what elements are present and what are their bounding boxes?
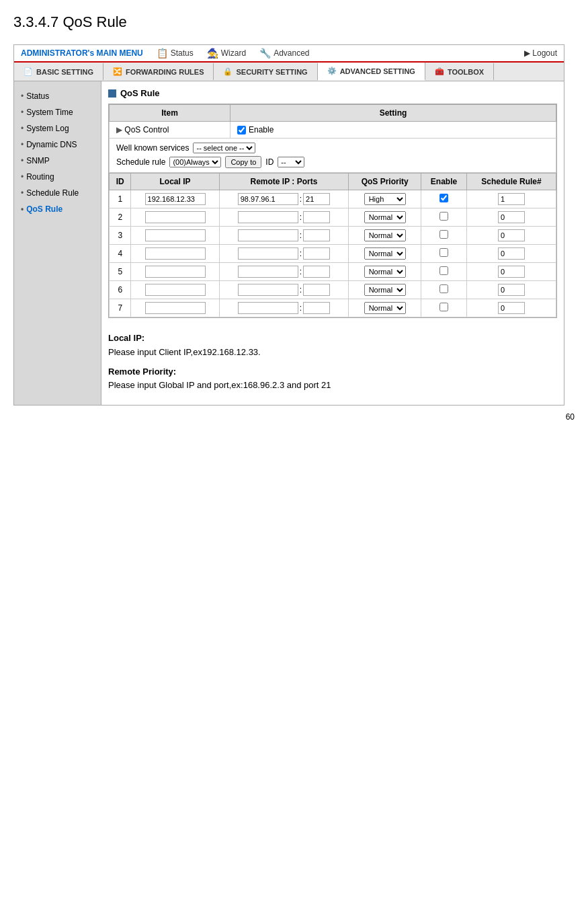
row-remote-ip-port: : [219,208,349,227]
remote-ip-input[interactable] [238,247,298,260]
port-input[interactable] [303,266,330,278]
row-priority: HighNormalLow [349,281,421,299]
admin-menu-link[interactable]: ADMINISTRATOR's MAIN MENU [21,48,143,58]
port-input[interactable] [303,211,330,223]
local-ip-input[interactable] [145,193,206,205]
row-enable [421,227,467,245]
tab-security-setting[interactable]: 🔒 SECURITY SETTING [214,63,317,80]
table-row: 2:HighNormalLow [110,208,556,227]
sidebar-item-qos-rule[interactable]: QoS Rule [14,201,101,217]
schedule-rule-input[interactable] [498,211,525,223]
enable-checkbox[interactable] [439,194,448,202]
port-input[interactable] [303,284,330,296]
priority-select[interactable]: HighNormalLow [364,266,406,278]
th-remote-ip-ports: Remote IP : Ports [219,174,349,190]
enable-checkbox[interactable] [439,248,448,257]
schedule-rule-input[interactable] [498,284,525,296]
remote-ip-input[interactable] [238,193,298,205]
port-input[interactable] [303,247,330,260]
sidebar-item-routing[interactable]: Routing [14,169,101,185]
wizard-nav-item[interactable]: 🧙 Wizard [207,48,246,59]
schedule-rule-select[interactable]: (00)Always [169,157,221,167]
th-schedule-rule: Schedule Rule# [467,174,556,190]
local-ip-input[interactable] [145,284,206,296]
status-nav-item[interactable]: 📋 Status [157,48,194,59]
tab-advanced-setting[interactable]: ⚙️ ADVANCED SETTING [318,63,425,81]
copy-to-button[interactable]: Copy to [225,156,261,168]
enable-checkbox[interactable] [439,212,448,221]
row-id: 6 [110,281,131,299]
local-ip-input[interactable] [145,211,206,223]
advanced-nav-item[interactable]: 🔧 Advanced [259,48,309,59]
th-local-ip: Local IP [131,174,219,190]
row-remote-ip-port: : [219,245,349,263]
status-icon: 📋 [157,48,168,59]
table-row: 7:HighNormalLow [110,299,556,317]
remote-ip-input[interactable] [238,211,298,223]
schedule-rule-input[interactable] [498,247,525,260]
remote-ip-input[interactable] [238,302,298,314]
well-known-select[interactable]: -- select one -- [193,143,255,153]
toolbox-icon: 🧰 [435,67,444,76]
sidebar-item-system-time[interactable]: System Time [14,104,101,120]
port-input[interactable] [303,302,330,314]
enable-checkbox[interactable] [439,284,448,293]
tab-basic-setting[interactable]: 📄 BASIC SETTING [14,63,103,80]
enable-checkbox[interactable] [439,266,448,275]
schedule-rule-input[interactable] [498,266,525,278]
tab-toolbox[interactable]: 🧰 TOOLBOX [425,63,494,80]
qos-control-label: ▶ QoS Control [110,122,230,139]
row-schedule-rule [467,208,556,227]
schedule-rule-input[interactable] [498,229,525,241]
sidebar: Status System Time System Log Dynamic DN… [14,81,101,405]
priority-select[interactable]: HighNormalLow [364,211,406,223]
port-input[interactable] [303,193,330,205]
port-input[interactable] [303,229,330,241]
local-ip-input[interactable] [145,247,206,260]
row-local-ip [131,190,219,208]
top-nav: ADMINISTRATOR's MAIN MENU 📋 Status 🧙 Wiz… [14,45,564,63]
qos-control-setting: Enable [230,122,556,139]
remote-ip-input[interactable] [238,229,298,241]
local-ip-input[interactable] [145,302,206,314]
row-priority: HighNormalLow [349,227,421,245]
sidebar-item-dynamic-dns[interactable]: Dynamic DNS [14,137,101,153]
row-priority: HighNormalLow [349,245,421,263]
priority-select[interactable]: HighNormalLow [364,247,406,260]
enable-checkbox[interactable] [439,303,448,311]
sidebar-item-system-log[interactable]: System Log [14,120,101,137]
header-table: Item Setting ▶ QoS Control [109,104,556,173]
security-icon: 🔒 [223,67,233,76]
row-schedule-rule [467,227,556,245]
qos-enable-checkbox[interactable] [237,126,246,134]
remote-ip-input[interactable] [238,266,298,278]
priority-select[interactable]: HighNormalLow [364,193,406,205]
row-local-ip [131,208,219,227]
enable-checkbox[interactable] [439,230,448,239]
th-id: ID [110,174,131,190]
local-ip-input[interactable] [145,229,206,241]
page-title: 3.3.4.7 QoS Rule [13,13,575,31]
main-panel: QoS Rule Item Setting ▶ QoS [101,81,564,405]
table-row: 5:HighNormalLow [110,263,556,281]
tab-forwarding-rules[interactable]: 🔀 FORWARDING RULES [103,63,214,80]
sidebar-item-schedule-rule[interactable]: Schedule Rule [14,185,101,201]
description-section: Local IP: Please input Client IP,ex192.1… [108,332,557,393]
sidebar-item-snmp[interactable]: SNMP [14,153,101,169]
priority-select[interactable]: HighNormalLow [364,284,406,296]
row-id: 7 [110,299,131,317]
row-local-ip [131,227,219,245]
logout-button[interactable]: ▶ Logout [524,48,557,58]
priority-select[interactable]: HighNormalLow [364,229,406,241]
schedule-rule-input[interactable] [498,193,525,205]
sidebar-item-status[interactable]: Status [14,88,101,104]
remote-ip-input[interactable] [238,284,298,296]
schedule-rule-input[interactable] [498,302,525,314]
table-row: 1:HighNormalLow [110,190,556,208]
row-remote-ip-port: : [219,190,349,208]
qos-rules-table: ID Local IP Remote IP : Ports QoS Priori… [109,173,556,317]
row-priority: HighNormalLow [349,299,421,317]
id-select[interactable]: -- [278,157,304,167]
priority-select[interactable]: HighNormalLow [364,302,406,314]
local-ip-input[interactable] [145,266,206,278]
